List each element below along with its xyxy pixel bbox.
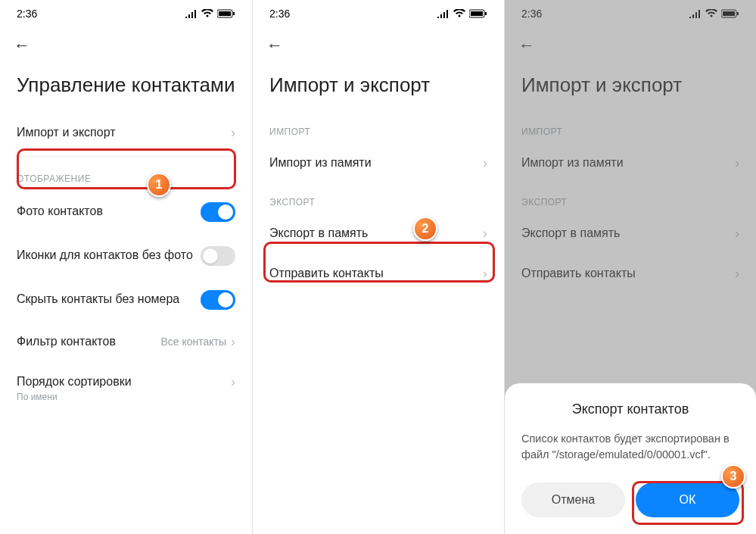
toggle-photo-contacts[interactable]	[201, 202, 235, 222]
item-filter-contacts[interactable]: Фильтр контактов Все контакты ›	[0, 322, 252, 362]
toggle-hide-no-number[interactable]	[201, 290, 235, 310]
dialog-buttons: Отмена ОК	[521, 482, 739, 517]
item-export-memory[interactable]: Экспорт в память ›	[253, 214, 504, 254]
chevron-right-icon: ›	[483, 266, 487, 282]
back-button[interactable]: ←	[266, 36, 283, 55]
item-photo-contacts[interactable]: Фото контактов	[0, 190, 252, 234]
item-hide-no-number[interactable]: Скрыть контакты без номера	[0, 278, 252, 322]
item-sort-order[interactable]: Порядок сортировки › По имени	[0, 362, 252, 414]
signal-icon	[437, 9, 450, 18]
filter-value: Все контакты	[160, 336, 226, 348]
navbar: ←	[253, 27, 504, 64]
status-time: 2:36	[17, 8, 37, 20]
chevron-right-icon: ›	[231, 125, 235, 141]
statusbar: 2:36	[0, 0, 252, 27]
item-label: Отправить контакты	[269, 266, 483, 282]
item-value: Все контакты ›	[160, 334, 235, 350]
screen-3: 2:36 ← Импорт и экспорт ИМПОРТ Импорт из…	[504, 0, 756, 534]
status-icons	[185, 9, 235, 18]
status-icons	[437, 9, 487, 18]
item-label: Скрыть контакты без номера	[17, 292, 201, 308]
item-label: Порядок сортировки	[17, 374, 231, 390]
item-label: Экспорт в память	[269, 226, 483, 242]
item-import-memory[interactable]: Импорт из памяти ›	[253, 143, 504, 183]
item-label: Фильтр контактов	[17, 334, 160, 350]
cancel-label: Отмена	[552, 493, 595, 507]
ok-label: ОК	[680, 493, 696, 507]
ok-button[interactable]: ОК	[636, 482, 739, 517]
export-dialog: Экспорт контактов Список контактов будет…	[505, 383, 756, 534]
svg-rect-4	[471, 11, 483, 16]
navbar: ←	[0, 27, 252, 64]
item-import-export[interactable]: Импорт и экспорт ›	[0, 113, 252, 153]
item-icons-no-photo[interactable]: Иконки для контактов без фото	[0, 234, 252, 278]
signal-icon	[185, 9, 198, 18]
cancel-button[interactable]: Отмена	[521, 482, 625, 517]
chevron-right-icon: ›	[483, 155, 487, 171]
page-title: Управление контактами	[0, 64, 252, 113]
item-send-contacts[interactable]: Отправить контакты ›	[253, 254, 504, 294]
battery-icon	[217, 9, 235, 18]
chevron-right-icon: ›	[231, 334, 235, 350]
screen-1: 2:36 ← Управление контактами Импорт и эк…	[0, 0, 252, 534]
section-display: ОТОБРАЖЕНИЕ	[0, 160, 252, 190]
svg-rect-2	[233, 12, 235, 15]
step-badge-1: 1	[147, 173, 171, 197]
section-export: ЭКСПОРТ	[253, 183, 504, 214]
chevron-right-icon: ›	[483, 226, 487, 242]
step-badge-2: 2	[413, 217, 437, 241]
dialog-title: Экспорт контактов	[521, 401, 739, 417]
statusbar: 2:36	[253, 0, 504, 27]
wifi-icon	[453, 9, 465, 18]
item-label: Иконки для контактов без фото	[17, 248, 201, 264]
chevron-right-icon: ›	[231, 374, 235, 390]
section-import: ИМПОРТ	[253, 113, 504, 143]
wifi-icon	[201, 9, 213, 18]
dialog-text: Список контактов будет экспортирован в ф…	[521, 431, 739, 463]
svg-rect-5	[485, 12, 487, 15]
toggle-icons-no-photo[interactable]	[201, 246, 235, 266]
step-badge-3: 3	[721, 464, 745, 489]
item-label: Импорт из памяти	[269, 155, 483, 171]
svg-rect-1	[219, 11, 231, 16]
status-time: 2:36	[269, 8, 290, 20]
item-label: Фото контактов	[17, 204, 201, 220]
divider	[17, 156, 235, 157]
battery-icon	[469, 9, 487, 18]
item-label: Импорт и экспорт	[17, 125, 231, 141]
back-button[interactable]: ←	[14, 36, 30, 55]
sort-value: По имени	[17, 392, 235, 402]
screen-2: 2:36 ← Импорт и экспорт ИМПОРТ Импорт из…	[252, 0, 504, 534]
page-title: Импорт и экспорт	[253, 64, 504, 113]
